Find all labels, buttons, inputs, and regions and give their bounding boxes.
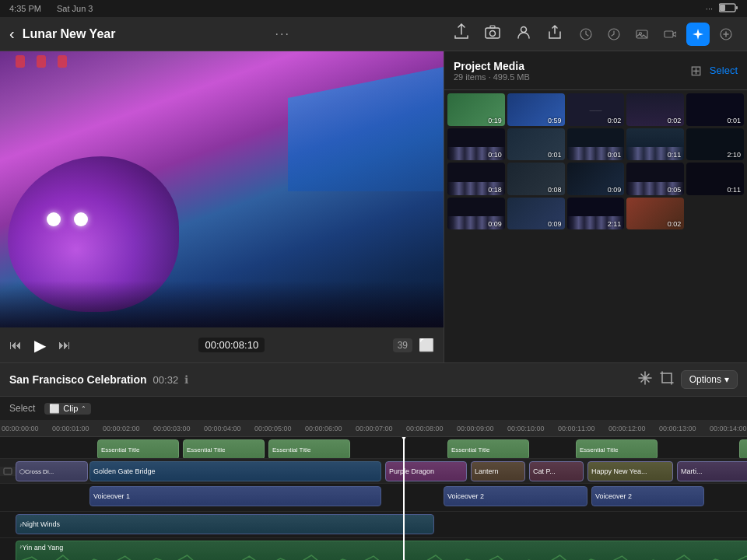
ruler-mark: 00:00:01:00 <box>51 425 101 432</box>
video-frame <box>0 51 444 327</box>
top-bar: ‹ Lunar New Year ··· <box>0 17 747 51</box>
media-grid-icon[interactable]: ⊞ <box>690 62 702 79</box>
quality-badge: 39 <box>393 338 412 352</box>
media-thumb[interactable]: 0:59 <box>507 93 565 126</box>
media-panel: Project Media 29 items · 499.5 MB ⊞ Sele… <box>444 51 747 362</box>
video-controls: ⏮ ▶ ⏭ 00:00:08:10 39 ⬜ <box>0 327 444 362</box>
nav-camera2-btn[interactable] <box>658 23 682 46</box>
share-icon[interactable] <box>450 20 473 47</box>
skip-forward-button[interactable]: ⏭ <box>58 338 71 352</box>
cat-clip[interactable]: Cat P... <box>529 461 584 481</box>
ruler-mark: 00:00:14:00 <box>708 425 747 432</box>
media-thumb[interactable]: 0:01 <box>686 93 744 126</box>
media-panel-title: Project Media <box>454 60 530 72</box>
title-clip[interactable]: Essential Title <box>576 439 658 458</box>
media-thumb[interactable]: 0:08 <box>507 163 565 195</box>
options-chevron-icon: ▾ <box>724 374 729 385</box>
golden-gate-clip[interactable]: Golden Gate Bridge <box>89 461 381 481</box>
ruler-mark: 00:00:12:00 <box>607 425 658 432</box>
media-thumb[interactable]: 0:09 <box>567 163 625 195</box>
video-preview: ⏮ ▶ ⏭ 00:00:08:10 39 ⬜ <box>0 51 444 362</box>
svg-rect-1 <box>736 6 738 9</box>
ruler-mark: 00:00:05:00 <box>253 425 303 432</box>
timeline: 00:00:00:00 00:00:01:00 00:00:02:00 00:0… <box>0 420 747 560</box>
night-winds-clip[interactable]: ♪ Night Winds <box>16 514 434 534</box>
ruler-mark: 00:00:13:00 <box>658 425 708 432</box>
main-video-track: ⬡ Cross Di... Golden Gate Bridge Purple … <box>0 459 747 484</box>
yin-yang-clip[interactable]: ♪ Yin and Yang <box>16 541 747 560</box>
cross-di-clip[interactable]: ⬡ Cross Di... <box>16 461 88 481</box>
media-thumb[interactable]: 0:05 <box>626 163 684 195</box>
options-button[interactable]: Options ▾ <box>681 370 738 389</box>
project-title: Lunar New Year <box>23 27 116 41</box>
clip-badge[interactable]: ⬜ Clip ⌃ <box>44 403 91 415</box>
nav-icons <box>574 23 738 46</box>
media-thumb[interactable]: —— 0:02 <box>567 93 625 126</box>
title-clip[interactable] <box>739 439 747 458</box>
play-button[interactable]: ▶ <box>34 336 46 355</box>
skip-back-button[interactable]: ⏮ <box>9 338 22 352</box>
svg-point-6 <box>521 27 527 33</box>
person-icon[interactable] <box>512 20 535 47</box>
media-thumb[interactable]: 0:01 <box>567 128 625 161</box>
export-icon[interactable] <box>543 20 566 47</box>
media-thumb[interactable]: 0:09 <box>447 198 505 230</box>
svg-rect-5 <box>490 26 495 28</box>
ruler-mark: 00:00:11:00 <box>556 425 607 432</box>
media-thumb[interactable]: 2:11 <box>567 198 625 230</box>
night-winds-track: ♪ Night Winds <box>0 512 747 538</box>
ruler-mark: 00:00:02:00 <box>101 425 152 432</box>
nav-photo-btn[interactable] <box>630 23 654 46</box>
titles-track: Essential Title Essential Title Essentia… <box>0 437 747 459</box>
status-time: 4:35 PM <box>9 4 41 13</box>
media-thumb[interactable]: 0:18 <box>447 163 505 195</box>
ruler-marks: 00:00:00:00 00:00:01:00 00:00:02:00 00:0… <box>0 425 747 432</box>
happy-new-year-clip[interactable]: Happy New Yea... <box>587 461 673 481</box>
dots-menu[interactable]: ··· <box>275 27 290 41</box>
status-dots: ··· <box>706 4 713 13</box>
media-thumb[interactable]: 0:10 <box>447 128 505 161</box>
title-clip[interactable]: Essential Title <box>97 439 179 458</box>
media-thumb[interactable]: 0:11 <box>686 163 744 195</box>
clip-chevron-icon: ⌃ <box>81 405 86 412</box>
media-thumb[interactable]: 0:02 <box>626 198 684 230</box>
ruler-mark: 00:00:04:00 <box>202 425 253 432</box>
status-bar: 4:35 PM Sat Jun 3 ··· <box>0 0 747 17</box>
toolbar-duration: 00:32 <box>153 374 179 386</box>
voiceover-track: Voiceover 1 Voiceover 2 Voiceover 2 <box>0 484 747 512</box>
svg-rect-2 <box>720 5 725 11</box>
martial-clip[interactable]: Marti... <box>677 461 747 481</box>
ruler-mark: 00:00:03:00 <box>152 425 202 432</box>
ruler-mark: 00:00:00:00 <box>0 425 51 432</box>
purple-dragon-clip[interactable]: Purple Dragon <box>385 461 467 481</box>
media-grid: 0:19 0:59 —— 0:02 0:02 0:01 0:10 0:01 <box>444 90 747 362</box>
voiceover2b-clip[interactable]: Voiceover 2 <box>591 486 704 506</box>
media-thumb[interactable]: 0:09 <box>507 198 565 230</box>
yin-yang-track: ♪ Yin and Yang <box>0 538 747 560</box>
media-thumb[interactable]: 0:02 <box>626 93 684 126</box>
info-icon[interactable]: ℹ <box>184 373 188 386</box>
view-toggle-button[interactable]: ⬜ <box>419 338 434 352</box>
media-thumb[interactable]: 0:19 <box>447 93 505 126</box>
transform-icon[interactable] <box>637 370 653 389</box>
select-button[interactable]: Select <box>710 65 738 76</box>
nav-forward-btn[interactable] <box>602 23 626 46</box>
title-clip[interactable]: Essential Title <box>268 439 350 458</box>
media-thumb[interactable]: 0:11 <box>626 128 684 161</box>
ruler-mark: 00:00:10:00 <box>506 425 556 432</box>
title-clip[interactable]: Essential Title <box>183 439 265 458</box>
nav-plus-btn[interactable] <box>714 23 738 46</box>
nav-sparkle-btn[interactable] <box>686 23 710 46</box>
title-clip[interactable]: Essential Title <box>447 439 529 458</box>
back-button[interactable]: ‹ <box>9 25 15 43</box>
media-thumb[interactable]: 0:01 <box>507 128 565 161</box>
nav-back-btn[interactable] <box>574 23 598 46</box>
voiceover2a-clip[interactable]: Voiceover 2 <box>444 486 587 506</box>
voiceover1-clip[interactable]: Voiceover 1 <box>89 486 381 506</box>
media-panel-subtitle: 29 items · 499.5 MB <box>454 72 530 82</box>
camera-icon[interactable] <box>481 20 504 47</box>
timeline-ruler: 00:00:00:00 00:00:01:00 00:00:02:00 00:0… <box>0 420 747 437</box>
crop-icon[interactable] <box>659 370 675 389</box>
lantern-clip[interactable]: Lantern <box>471 461 525 481</box>
media-thumb[interactable]: 2:10 <box>686 128 744 161</box>
